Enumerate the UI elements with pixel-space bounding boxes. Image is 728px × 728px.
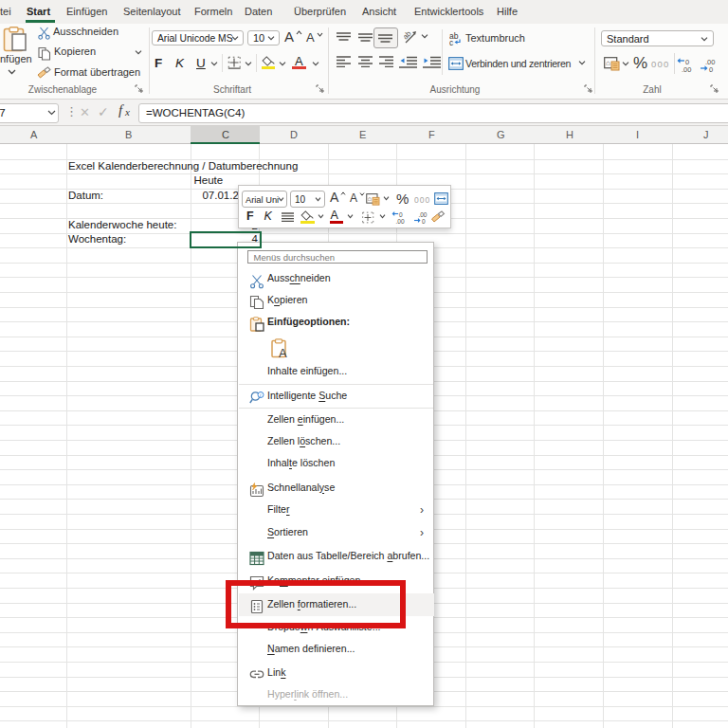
svg-text:A: A: [279, 346, 287, 359]
svg-text:.00: .00: [395, 218, 404, 224]
svg-text:0: 0: [709, 65, 713, 73]
svg-text:.00: .00: [682, 65, 691, 73]
svg-text:0: 0: [422, 218, 426, 224]
svg-text:ab: ab: [404, 30, 413, 42]
svg-text:⌂: ⌂: [368, 194, 372, 201]
svg-text:⌂: ⌂: [606, 59, 610, 67]
